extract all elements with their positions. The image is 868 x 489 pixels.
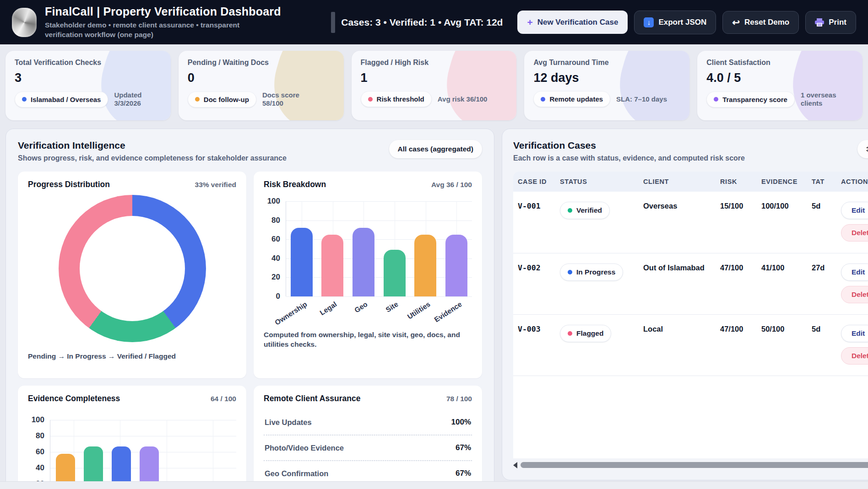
bar <box>291 228 313 296</box>
delete-button[interactable]: Delete <box>841 286 868 303</box>
kpi-card-satisfaction: Client Satisfaction 4.0 / 5 Transparency… <box>697 51 863 120</box>
intelligence-title: Verification Intelligence <box>18 140 287 151</box>
progress-chart-caption: Pending → In Progress → Verified / Flagg… <box>28 352 236 361</box>
assurance-row: Photo/Video Evidence 67% <box>264 435 472 461</box>
verification-cases-panel: Verification Cases Each row is a case wi… <box>502 129 868 480</box>
tat-cell: 5d <box>807 192 836 253</box>
client-cell: Overseas <box>639 192 716 253</box>
intelligence-subtitle: Shows progress, risk, and evidence compl… <box>18 154 287 162</box>
kpi-card-flagged: Flagged / High Risk 1 Risk threshold Avg… <box>352 51 517 120</box>
client-cell: Local <box>639 314 716 376</box>
progress-chart-meta: 33% verified <box>195 181 236 189</box>
delete-button[interactable]: Delete <box>841 224 868 242</box>
progress-chart-title: Progress Distribution <box>28 180 110 189</box>
y-tick-label: 0 <box>276 292 280 301</box>
kpi-tag-pill: Risk threshold <box>361 91 432 107</box>
evidence-chart-title: Evidence Completeness <box>28 394 120 403</box>
cases-count-badge: 3 cases <box>857 140 868 158</box>
reset-demo-button[interactable]: ↩ Reset Demo <box>722 11 799 34</box>
evidence-chart-meta: 64 / 100 <box>211 395 236 403</box>
kpi-pill-label: Remote updates <box>549 95 603 103</box>
status-dot <box>368 97 373 102</box>
assurance-label: Geo Confirmation <box>265 469 328 478</box>
header-stats: Cases: 3 • Verified: 1 • Avg TAT: 12d <box>331 12 503 33</box>
status-label: In Progress <box>576 268 615 276</box>
bar <box>445 235 467 296</box>
risk-chart-title: Risk Breakdown <box>264 180 326 189</box>
status-dot <box>22 97 27 102</box>
edit-button[interactable]: Edit <box>841 325 868 342</box>
kpi-row: Total Verification Checks 3 Islamabad / … <box>5 51 863 120</box>
bar <box>384 250 406 296</box>
kpi-title: Client Satisfaction <box>706 59 853 67</box>
scrollbar-track[interactable] <box>520 462 868 468</box>
app-logo <box>12 8 37 37</box>
y-tick-label: 20 <box>271 273 280 282</box>
assurance-meta: 78 / 100 <box>446 395 472 403</box>
evidence-bars <box>50 420 236 489</box>
page-title: FinalCall | Property Verification Dashbo… <box>45 5 281 18</box>
scrollbar-thumb[interactable] <box>521 462 868 468</box>
table-horizontal-scrollbar[interactable] <box>513 461 868 469</box>
kpi-note: Avg risk 36/100 <box>438 95 488 103</box>
assurance-value: 100% <box>451 418 471 427</box>
delete-button[interactable]: Delete <box>841 347 868 365</box>
print-label: Print <box>829 18 846 27</box>
risk-cell: 47/100 <box>716 253 757 314</box>
kpi-tag-pill: Remote updates <box>533 91 610 107</box>
page-subtitle: Stakeholder demo • remote client assuran… <box>45 21 274 39</box>
kpi-title: Pending / Waiting Docs <box>188 59 335 67</box>
status-dot <box>568 208 572 213</box>
col-client: CLIENT <box>639 172 716 192</box>
x-label: Ownership <box>273 300 309 327</box>
col-risk: RISK <box>716 172 757 192</box>
download-icon: ↓ <box>644 17 654 27</box>
table-row[interactable]: V-003 Flagged Local 47/100 50/100 5d Edi… <box>513 314 868 376</box>
kpi-pill-label: Islamabad / Overseas <box>31 96 101 103</box>
status-badge: Verified <box>560 202 610 219</box>
edit-button[interactable]: Edit <box>841 263 868 281</box>
risk-y-axis: 100806040200 <box>264 201 286 296</box>
print-button[interactable]: Print <box>805 11 856 34</box>
cases-subtitle: Each row is a case with status, evidence… <box>513 154 745 162</box>
kpi-pill-label: Risk threshold <box>377 95 424 103</box>
y-tick-label: 40 <box>36 463 44 473</box>
kpi-tag-pill: Doc follow-up <box>188 91 256 107</box>
risk-plot <box>286 201 472 296</box>
status-dot <box>714 97 718 102</box>
table-row[interactable]: V-002 In Progress Out of Islamabad 47/10… <box>513 253 868 314</box>
case-id: V-002 <box>513 253 555 314</box>
risk-breakdown-card: Risk Breakdown Avg 36 / 100 100806040200… <box>254 172 482 378</box>
page-scrollbar-strip[interactable] <box>0 481 868 489</box>
cases-table: CASE ID STATUS CLIENT RISK EVIDENCE TAT … <box>513 172 868 376</box>
scroll-left-arrow-icon[interactable] <box>513 462 517 468</box>
kpi-pill-label: Doc follow-up <box>204 96 249 103</box>
assurance-row: Live Updates 100% <box>264 410 472 435</box>
evidence-cell: 100/100 <box>757 192 807 253</box>
case-id: V-003 <box>513 314 555 376</box>
bar <box>321 235 343 296</box>
y-tick-label: 80 <box>271 216 280 225</box>
plus-icon: + <box>527 17 532 27</box>
kpi-value: 1 <box>361 71 508 85</box>
export-json-button[interactable]: ↓ Export JSON <box>634 11 716 34</box>
progress-distribution-card: Progress Distribution 33% verified Pendi… <box>18 172 246 378</box>
tat-cell: 5d <box>807 314 836 376</box>
table-row[interactable]: V-001 Verified Overseas 15/100 100/100 5… <box>513 192 868 253</box>
evidence-plot <box>50 420 236 489</box>
status-dot <box>568 270 572 274</box>
kpi-note: 1 overseas clients <box>801 91 853 107</box>
kpi-tag-pill: Transparency score <box>706 91 795 107</box>
case-id: V-001 <box>513 192 555 253</box>
risk-cell: 47/100 <box>716 314 757 376</box>
new-verification-case-button[interactable]: + New Verification Case <box>517 11 628 34</box>
evidence-cell: 41/100 <box>757 253 807 314</box>
new-case-label: New Verification Case <box>537 18 618 27</box>
kpi-card-total-checks: Total Verification Checks 3 Islamabad / … <box>5 51 171 120</box>
reset-arrow-icon: ↩ <box>732 18 740 27</box>
edit-button[interactable]: Edit <box>841 202 868 219</box>
client-cell: Out of Islamabad <box>639 253 716 314</box>
stats-text: Cases: 3 • Verified: 1 • Avg TAT: 12d <box>341 17 503 28</box>
kpi-pill-label: Transparency score <box>722 96 787 103</box>
kpi-note: SLA: 7–10 days <box>616 95 667 103</box>
